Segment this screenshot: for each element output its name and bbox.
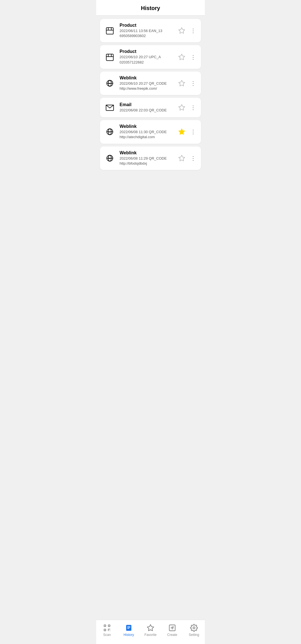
item-type: Email [120, 102, 173, 107]
item-detail: 2022/06/11 13:56 EAN_136950589903602 [120, 28, 173, 38]
svg-rect-0 [106, 28, 113, 34]
bottom-navigation: Scan History Favorite Create Setting [96, 620, 205, 644]
item-actions: ⋮ [177, 79, 197, 88]
weblink-icon [104, 152, 116, 164]
star-button[interactable] [177, 79, 186, 88]
weblink-icon [104, 126, 116, 138]
more-button[interactable]: ⋮ [189, 128, 197, 136]
page-header: History [96, 0, 205, 16]
svg-point-36 [193, 627, 195, 629]
list-item: Weblink 2022/06/08 11:30 QR_CODEhttp://a… [100, 120, 201, 143]
svg-marker-20 [179, 155, 185, 161]
nav-create[interactable]: Create [161, 622, 183, 638]
nav-favorite[interactable]: Favorite [140, 622, 161, 638]
history-list: Product 2022/06/11 13:56 EAN_13695058990… [96, 16, 205, 620]
svg-rect-21 [104, 625, 106, 627]
svg-marker-14 [179, 104, 185, 110]
item-content: Weblink 2022/06/10 20:27 QR_CODEhttp://w… [120, 75, 173, 91]
svg-rect-27 [126, 625, 132, 631]
svg-marker-17 [179, 129, 185, 135]
item-content: Product 2022/06/10 20:27 UPC_A0203571226… [120, 49, 173, 65]
list-item: Weblink 2022/06/08 11:29 QR_CODEhttp://b… [100, 147, 201, 170]
nav-history[interactable]: History [118, 622, 140, 638]
svg-rect-5 [106, 54, 113, 60]
item-type: Product [120, 23, 173, 28]
item-actions: ⋮ [177, 127, 197, 136]
star-button[interactable] [177, 127, 186, 136]
nav-setting-label: Setting [189, 633, 199, 637]
nav-history-label: History [123, 633, 134, 637]
product-icon [104, 51, 116, 63]
item-actions: ⋮ [177, 153, 197, 163]
item-actions: ⋮ [177, 52, 197, 62]
svg-marker-4 [179, 28, 185, 33]
svg-rect-23 [104, 629, 106, 631]
more-button[interactable]: ⋮ [189, 79, 197, 87]
item-detail: 2022/06/08 11:29 QR_CODEhttp://bfodsjdbd… [120, 156, 173, 166]
nav-scan-label: Scan [103, 633, 111, 637]
item-detail: 2022/06/08 22:03 QR_CODE [120, 108, 173, 113]
item-content: Product 2022/06/11 13:56 EAN_13695058990… [120, 23, 173, 38]
svg-rect-22 [108, 625, 110, 627]
more-button[interactable]: ⋮ [189, 53, 197, 61]
item-type: Weblink [120, 124, 173, 129]
svg-marker-31 [147, 625, 154, 631]
page-title: History [96, 5, 205, 11]
item-type: Weblink [120, 75, 173, 80]
more-button[interactable]: ⋮ [189, 104, 197, 111]
item-type: Product [120, 49, 173, 54]
item-type: Weblink [120, 150, 173, 155]
item-detail: 2022/06/10 20:27 QR_CODEhttp://www.freep… [120, 81, 173, 91]
weblink-icon [104, 77, 116, 89]
nav-setting[interactable]: Setting [183, 622, 205, 638]
svg-line-35 [173, 626, 174, 627]
list-item: Weblink 2022/06/10 20:27 QR_CODEhttp://w… [100, 72, 201, 95]
email-icon [104, 102, 116, 113]
svg-marker-12 [179, 80, 185, 86]
list-item: Email 2022/06/08 22:03 QR_CODE ⋮ [100, 98, 201, 117]
star-button[interactable] [177, 103, 186, 112]
item-detail: 2022/06/10 20:27 UPC_A020357122682 [120, 55, 173, 65]
product-icon [104, 25, 116, 36]
nav-favorite-label: Favorite [144, 633, 156, 637]
item-content: Email 2022/06/08 22:03 QR_CODE [120, 102, 173, 113]
item-actions: ⋮ [177, 103, 197, 112]
item-content: Weblink 2022/06/08 11:30 QR_CODEhttp://a… [120, 124, 173, 140]
item-actions: ⋮ [177, 26, 197, 35]
more-button[interactable]: ⋮ [189, 27, 197, 35]
list-item: Product 2022/06/10 20:27 UPC_A0203571226… [100, 45, 201, 69]
star-button[interactable] [177, 153, 186, 163]
star-button[interactable] [177, 26, 186, 35]
item-detail: 2022/06/08 11:30 QR_CODEhttp://atechdigi… [120, 130, 173, 140]
item-content: Weblink 2022/06/08 11:29 QR_CODEhttp://b… [120, 150, 173, 166]
svg-marker-9 [179, 54, 185, 60]
nav-create-label: Create [167, 633, 177, 637]
star-button[interactable] [177, 52, 186, 62]
nav-scan[interactable]: Scan [96, 622, 118, 638]
list-item: Product 2022/06/11 13:56 EAN_13695058990… [100, 19, 201, 42]
more-button[interactable]: ⋮ [189, 154, 197, 162]
